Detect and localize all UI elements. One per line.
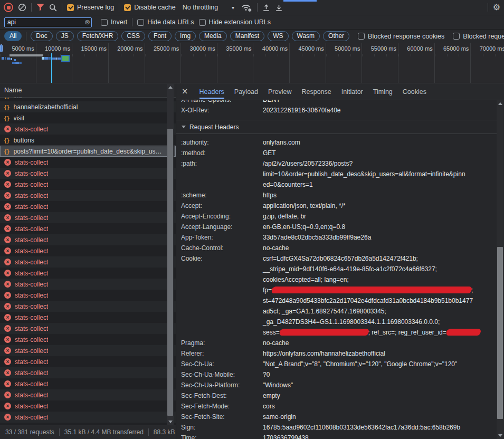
header-value: DENY bbox=[263, 100, 497, 105]
request-row[interactable]: {}buttons bbox=[0, 135, 176, 146]
tab-timing[interactable]: Timing bbox=[373, 84, 393, 99]
clear-button[interactable] bbox=[18, 3, 26, 12]
preserve-log-checkbox[interactable]: Preserve log bbox=[67, 4, 114, 11]
request-row[interactable]: ×stats-collect bbox=[0, 123, 176, 135]
header-row: Sec-Fetch-Site:same-origin bbox=[176, 412, 497, 422]
request-row[interactable]: ×stats-collect bbox=[0, 334, 176, 345]
scrollbar-thumb[interactable] bbox=[167, 129, 173, 416]
request-row[interactable]: ×stats-collect bbox=[0, 356, 176, 367]
request-row[interactable]: ×stats-collect bbox=[0, 234, 176, 245]
search-button[interactable] bbox=[49, 4, 57, 12]
tab-initiator[interactable]: Initiator bbox=[341, 84, 363, 99]
disable-cache-checkbox[interactable]: Disable cache bbox=[124, 4, 176, 11]
checkbox-unchecked-icon bbox=[453, 33, 460, 40]
hide-extension-urls-checkbox[interactable]: Hide extension URLs bbox=[199, 18, 271, 26]
filter-input[interactable] bbox=[4, 17, 92, 27]
request-row[interactable]: ×stats-collect bbox=[0, 367, 176, 378]
type-filter-doc[interactable]: Doc bbox=[31, 31, 52, 41]
filter-input-wrap: ⊗ bbox=[4, 17, 92, 27]
scroll-down-icon[interactable] bbox=[498, 434, 502, 437]
request-row[interactable]: ×stats-collect bbox=[0, 190, 176, 201]
scroll-down-icon[interactable] bbox=[168, 421, 173, 423]
name-column-header[interactable]: Name bbox=[0, 83, 176, 98]
tab-headers[interactable]: Headers bbox=[199, 84, 224, 99]
request-row[interactable]: ×stats-collect bbox=[0, 312, 176, 323]
network-overview-timeline[interactable]: 5000 ms10000 ms15000 ms20000 ms25000 ms3… bbox=[0, 43, 504, 83]
request-row[interactable]: ×stats-collect bbox=[0, 400, 176, 412]
scroll-up-icon[interactable] bbox=[168, 86, 173, 89]
invert-label: Invert bbox=[111, 18, 127, 26]
request-row[interactable]: ×stats-collect bbox=[0, 212, 176, 223]
request-row[interactable]: ×stats-collect bbox=[0, 345, 176, 356]
scroll-up-icon[interactable] bbox=[498, 102, 502, 105]
header-row: :method:GET bbox=[176, 148, 497, 158]
type-filter-css[interactable]: CSS bbox=[121, 31, 145, 41]
type-filter-all[interactable]: All bbox=[4, 31, 22, 41]
scrollbar-thumb[interactable] bbox=[497, 247, 503, 419]
request-row[interactable]: ×stats-collect bbox=[0, 179, 176, 190]
header-name: Pragma: bbox=[181, 338, 263, 348]
request-row[interactable]: ×stats-collect bbox=[0, 157, 176, 168]
header-value: application/json, text/plain, */* bbox=[263, 201, 497, 211]
type-filter-wasm[interactable]: Wasm bbox=[292, 31, 320, 41]
request-list-scrollbar[interactable] bbox=[167, 84, 174, 425]
header-value: 16785:5aad9602cf110608b03133de563642fac1… bbox=[263, 422, 497, 433]
tab-preview[interactable]: Preview bbox=[268, 84, 291, 99]
type-filter-manifest[interactable]: Manifest bbox=[230, 31, 264, 41]
request-name: stats-collect bbox=[15, 347, 48, 355]
header-value: 202312261916-30670fa40e bbox=[263, 105, 497, 116]
settings-button[interactable]: ⚙ bbox=[493, 3, 500, 12]
request-row[interactable]: ×stats-collect bbox=[0, 389, 176, 400]
request-row[interactable]: ×stats-collect bbox=[0, 245, 176, 256]
header-row: :scheme:https bbox=[176, 190, 497, 201]
type-filter-img[interactable]: Img bbox=[175, 31, 196, 41]
filter-button[interactable] bbox=[36, 4, 44, 11]
filter-checkbox-blocked-requests[interactable]: Blocked requests bbox=[453, 33, 504, 40]
export-har-button[interactable] bbox=[275, 4, 283, 12]
request-row[interactable]: {}posts?limit=10&order=publish_date_desc… bbox=[0, 146, 176, 157]
request-row[interactable]: {}hannahelizabethofficial bbox=[0, 101, 176, 112]
request-rows: {}init{}hannahelizabethofficial{}visit×s… bbox=[0, 98, 176, 425]
request-row[interactable]: ×stats-collect bbox=[0, 168, 176, 179]
waterfall-bar bbox=[49, 57, 51, 60]
request-row[interactable]: ×stats-collect bbox=[0, 323, 176, 334]
hide-data-urls-checkbox[interactable]: Hide data URLs bbox=[137, 18, 194, 26]
tab-payload[interactable]: Payload bbox=[234, 84, 258, 99]
network-conditions-icon bbox=[241, 3, 252, 12]
request-row[interactable]: {}init bbox=[0, 98, 176, 101]
hide-extension-urls-label: Hide extension URLs bbox=[209, 18, 271, 26]
filter-checkbox-blocked-response-cookies[interactable]: Blocked response cookies bbox=[358, 33, 444, 40]
throttling-select[interactable]: No throttling ▾ bbox=[180, 4, 236, 11]
clear-input-icon[interactable]: ⊗ bbox=[84, 18, 90, 25]
invert-checkbox[interactable]: Invert bbox=[101, 18, 127, 26]
request-row[interactable]: ×stats-collect bbox=[0, 223, 176, 234]
overview-grip-handle[interactable] bbox=[0, 44, 3, 52]
tab-response[interactable]: Response bbox=[301, 84, 331, 99]
import-har-button[interactable] bbox=[262, 4, 270, 12]
request-headers-section-header[interactable]: Request Headers bbox=[176, 120, 497, 134]
request-row[interactable]: ×stats-collect bbox=[0, 256, 176, 268]
request-row[interactable]: ×stats-collect bbox=[0, 290, 176, 301]
request-row[interactable]: ×stats-collect bbox=[0, 268, 176, 279]
type-filter-font[interactable]: Font bbox=[148, 31, 172, 41]
error-icon: × bbox=[4, 314, 11, 321]
close-icon[interactable]: × bbox=[182, 88, 188, 96]
request-row[interactable]: ×stats-collect bbox=[0, 279, 176, 290]
type-filter-ws[interactable]: WS bbox=[268, 31, 288, 41]
type-filter-other[interactable]: Other bbox=[323, 31, 349, 41]
network-conditions-button[interactable] bbox=[241, 3, 252, 12]
type-filter-media[interactable]: Media bbox=[199, 31, 227, 41]
type-filter-js[interactable]: JS bbox=[56, 31, 74, 41]
request-row[interactable]: ×stats-collect bbox=[0, 378, 176, 389]
tab-cookies[interactable]: Cookies bbox=[403, 84, 426, 99]
request-row[interactable]: ×stats-collect bbox=[0, 412, 176, 423]
header-row: Sec-Ch-Ua-Platform:"Windows" bbox=[176, 380, 497, 390]
header-row: Time:1703636799438 bbox=[176, 433, 497, 439]
type-filter-fetch-xhr[interactable]: Fetch/XHR bbox=[77, 31, 119, 41]
request-row[interactable]: {}visit bbox=[0, 112, 176, 123]
request-row[interactable]: ×stats-collect bbox=[0, 301, 176, 312]
details-scrollbar[interactable] bbox=[497, 100, 503, 439]
record-button[interactable] bbox=[4, 3, 13, 12]
header-name: :scheme: bbox=[181, 190, 263, 201]
request-row[interactable]: ×stats-collect bbox=[0, 201, 176, 212]
